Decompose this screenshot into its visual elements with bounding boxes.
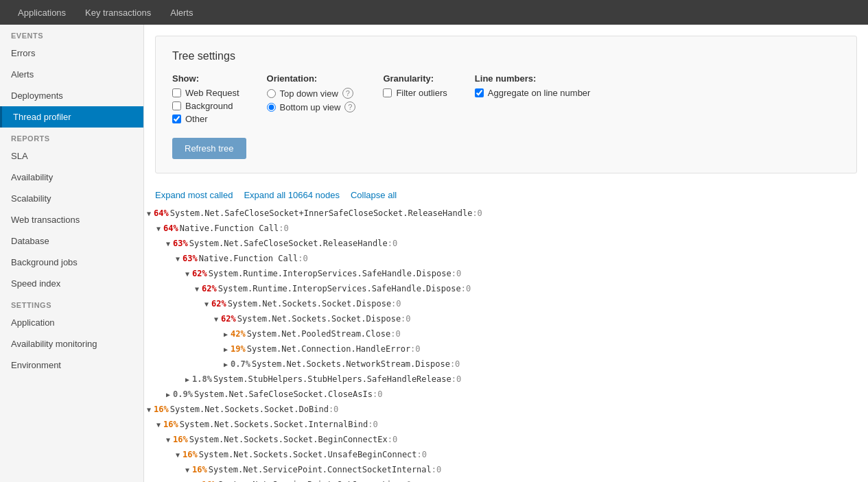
sidebar-item-web-transactions[interactable]: Web transactions: [0, 209, 143, 230]
tree-node-count: :0: [373, 388, 382, 400]
web-request-checkbox[interactable]: [172, 88, 181, 97]
show-background[interactable]: Background: [172, 101, 239, 111]
tree-toggle[interactable]: ▶: [221, 359, 231, 370]
tree-toggle[interactable]: ▼: [202, 299, 211, 309]
tree-row[interactable]: ▼ 62% System.Net.Sockets.Socket.Dispose:…: [144, 311, 868, 326]
tree-row[interactable]: ▼ 63% Native.Function Call:0: [144, 251, 868, 266]
sidebar-item-errors[interactable]: Errors: [0, 43, 143, 64]
tree-node-name: System.Net.Sockets.Socket.InternalBind: [180, 418, 368, 431]
tree-toggle[interactable]: ▼: [183, 269, 192, 279]
tree-row[interactable]: ▼ 16% System.Net.ServicePoint.ConnectSoc…: [144, 462, 868, 477]
bottom-up-radio[interactable]: [267, 103, 276, 112]
tree-toggle[interactable]: ▼: [144, 208, 154, 219]
tree-pct: 62%: [211, 298, 226, 310]
tree-pct: 62%: [202, 282, 217, 295]
expand-most-called-link[interactable]: Expand most called: [155, 190, 233, 200]
nav-key-transactions[interactable]: Key transactions: [75, 0, 161, 25]
nav-alerts[interactable]: Alerts: [161, 0, 202, 25]
aggregate-checkbox[interactable]: [475, 88, 484, 97]
sidebar-item-thread-profiler[interactable]: Thread profiler: [0, 106, 143, 128]
tree-toggle[interactable]: ▼: [211, 314, 221, 324]
sidebar-section-events: EVENTS: [0, 25, 143, 43]
tree-node-name: System.Net.Connection.HandleError: [247, 343, 410, 355]
tree-node-name: System.StubHelpers.StubHelpers.SafeHandl…: [213, 373, 451, 385]
tree-node-count: :0: [368, 418, 377, 431]
tree-row[interactable]: ▶ 0.9% System.Net.SafeCloseSocket.CloseA…: [144, 387, 868, 402]
tree-toggle[interactable]: ▶: [221, 329, 231, 339]
refresh-tree-button[interactable]: Refresh tree: [172, 138, 246, 159]
show-other[interactable]: Other: [172, 114, 239, 124]
background-label: Background: [185, 101, 233, 111]
tree-toggle[interactable]: ▼: [163, 435, 173, 445]
tree-row[interactable]: ▼ 63% System.Net.SafeCloseSocket.Release…: [144, 236, 868, 251]
tree-toggle[interactable]: ▶: [163, 389, 173, 400]
tree-row[interactable]: ▼ 62% System.Runtime.InteropServices.Saf…: [144, 266, 868, 281]
tree-row[interactable]: ▼ 16% System.Net.Sockets.Socket.DoBind:0: [144, 402, 868, 417]
tree-node-count: :0: [461, 282, 471, 295]
tree-node-count: :0: [410, 343, 420, 355]
line-numbers-label: Line numbers:: [475, 73, 591, 84]
tree-toggle[interactable]: ▼: [163, 239, 173, 249]
tree-toggle[interactable]: ▼: [173, 254, 183, 264]
sidebar-section-settings: SETTINGS: [0, 294, 143, 312]
tree-row[interactable]: ▼ 62% System.Net.Sockets.Socket.Dispose:…: [144, 296, 868, 311]
sidebar-item-background-jobs[interactable]: Background jobs: [0, 252, 143, 273]
tree-toggle[interactable]: ▼: [192, 284, 202, 294]
line-numbers-group: Line numbers: Aggregate on line number: [475, 73, 591, 101]
top-down-radio[interactable]: [267, 89, 276, 98]
sidebar-item-database[interactable]: Database: [0, 230, 143, 252]
tree-row[interactable]: ▶ 1.8% System.StubHelpers.StubHelpers.Sa…: [144, 372, 868, 387]
tree-row[interactable]: ▼ 16% System.Net.Sockets.Socket.BeginCon…: [144, 432, 868, 447]
tree-toggle[interactable]: ▶: [183, 374, 192, 385]
bottom-up-info-icon[interactable]: ?: [344, 101, 355, 112]
filter-outliers-checkbox[interactable]: [383, 88, 392, 97]
tree-toggle[interactable]: ▼: [173, 450, 183, 460]
tree-toggle[interactable]: ▼: [183, 465, 192, 475]
tree-row[interactable]: ▼ 62% System.Runtime.InteropServices.Saf…: [144, 281, 868, 296]
sidebar-item-speed-index[interactable]: Speed index: [0, 273, 143, 294]
tree-node-count: :0: [388, 237, 397, 250]
tree-node-name: System.Net.Sockets.NetworkStream.Dispose: [252, 358, 450, 370]
sidebar-item-environment[interactable]: Environment: [0, 354, 143, 376]
tree-node-name: System.Net.PooledStream.Close: [247, 328, 391, 340]
tree-toggle[interactable]: ▶: [221, 344, 231, 354]
show-web-request[interactable]: Web Request: [172, 88, 239, 98]
tree-row[interactable]: ▼ 16% System.Net.Sockets.Socket.UnsafeBe…: [144, 447, 868, 462]
aggregate-line-number[interactable]: Aggregate on line number: [475, 88, 591, 98]
tree-controls: Expand most called Expand all 10664 node…: [144, 184, 868, 206]
other-checkbox[interactable]: [172, 115, 181, 123]
tree-pct: 64%: [154, 207, 169, 219]
sidebar-item-availability[interactable]: Availability: [0, 167, 143, 188]
tree-node-name: Native.Function Call: [199, 252, 298, 265]
tree-toggle[interactable]: ▼: [144, 405, 154, 415]
tree-row[interactable]: ▼ 64% System.Net.SafeCloseSocket+InnerSa…: [144, 206, 868, 221]
tree-row[interactable]: ▶ 19% System.Net.Connection.HandleError:…: [144, 341, 868, 357]
top-down-info-icon[interactable]: ?: [342, 88, 353, 99]
orientation-bottom-up[interactable]: Bottom up view ?: [267, 101, 356, 112]
tree-toggle[interactable]: ▼: [154, 224, 163, 234]
sidebar-item-application[interactable]: Application: [0, 312, 143, 333]
expand-all-link[interactable]: Expand all 10664 nodes: [244, 190, 340, 200]
sidebar-item-deployments[interactable]: Deployments: [0, 85, 143, 106]
collapse-all-link[interactable]: Collapse all: [351, 190, 397, 200]
orientation-top-down[interactable]: Top down view ?: [267, 88, 356, 99]
tree-node-name: System.Net.Sockets.Socket.Dispose: [228, 298, 391, 310]
sidebar-item-sla[interactable]: SLA: [0, 145, 143, 167]
tree-toggle[interactable]: ▼: [154, 420, 163, 430]
tree-row[interactable]: ▼ 16% System.Net.Sockets.Socket.Internal…: [144, 417, 868, 432]
sidebar-item-alerts[interactable]: Alerts: [0, 64, 143, 85]
sidebar-item-availability-monitoring[interactable]: Availability monitoring: [0, 333, 143, 354]
tree-row[interactable]: ▼ 16% System.Net.ServicePoint.GetConnect…: [144, 477, 868, 482]
tree-pct: 1.8%: [192, 373, 212, 385]
tree-row[interactable]: ▼ 64% Native.Function Call:0: [144, 221, 868, 236]
filter-outliers[interactable]: Filter outliers: [383, 88, 447, 98]
tree-row[interactable]: ▶ 42% System.Net.PooledStream.Close:0: [144, 326, 868, 341]
tree-node-name: System.Net.Sockets.Socket.UnsafeBeginCon…: [199, 448, 417, 461]
tree-row[interactable]: ▶ 0.7% System.Net.Sockets.NetworkStream.…: [144, 357, 868, 372]
granularity-group: Granularity: Filter outliers: [383, 73, 447, 101]
sidebar-item-scalability[interactable]: Scalability: [0, 188, 143, 209]
tree-toggle[interactable]: ▼: [192, 480, 202, 483]
background-checkbox[interactable]: [172, 101, 181, 110]
nav-applications[interactable]: Applications: [8, 0, 75, 25]
granularity-label: Granularity:: [383, 73, 447, 84]
